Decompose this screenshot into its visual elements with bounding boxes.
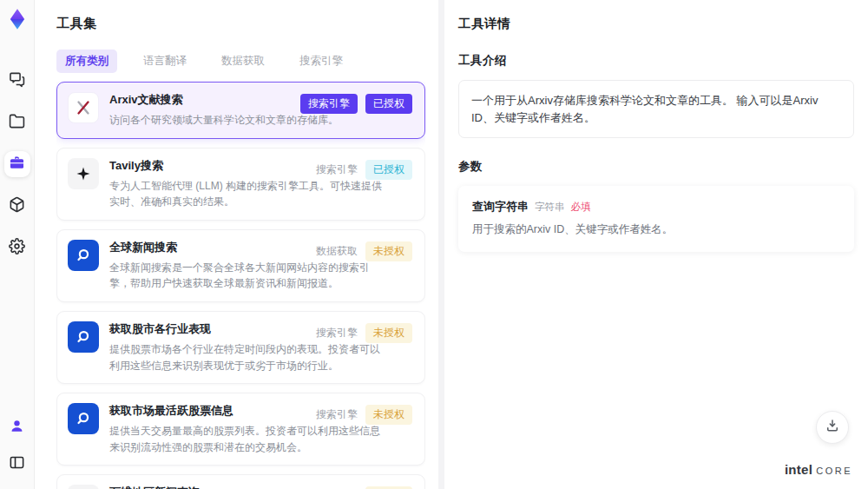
params-heading: 参数: [458, 159, 854, 175]
tab-all-categories[interactable]: 所有类别: [56, 50, 117, 73]
cube-icon: [9, 196, 25, 216]
auth-status-badge: 已授权: [365, 160, 412, 180]
tool-description: 专为人工智能代理 (LLM) 构建的搜索引擎工具。可快速提供实时、准确和真实的结…: [109, 178, 388, 210]
stock-search-icon: [68, 321, 99, 353]
sidebar-item-chat[interactable]: [4, 68, 30, 94]
arxiv-logo-icon: [68, 92, 99, 123]
sidebar-item-user[interactable]: [4, 414, 30, 440]
tool-list-panel: 工具集 所有类别 语言翻译 数据获取 搜索引擎 Arxiv文献搜索 访问各个研究…: [35, 0, 438, 489]
tool-title: 全球新闻搜索: [109, 240, 282, 255]
sidebar-item-files[interactable]: [4, 109, 30, 135]
tool-card-sector-performance[interactable]: 获取股市各行业表现 提供股票市场各个行业在特定时间段内的表现。投资者可以利用这些…: [56, 311, 425, 384]
app-logo-icon: [5, 7, 30, 31]
category-badge: 搜索引擎: [316, 323, 358, 343]
panel-divider: [438, 0, 444, 489]
toolbox-icon: [9, 155, 25, 175]
intro-heading: 工具介绍: [458, 53, 854, 69]
download-icon: [825, 418, 840, 437]
tool-description: 访问各个研究领域大量科学论文和文章的存储库。: [109, 112, 388, 129]
sidebar-item-packages[interactable]: [4, 193, 30, 219]
user-icon: [9, 418, 25, 438]
tool-card-arxiv[interactable]: Arxiv文献搜索 访问各个研究领域大量科学论文和文章的存储库。 搜索引擎 已授…: [56, 82, 425, 139]
chat-icon: [9, 71, 25, 91]
app-window: 工具集 所有类别 语言翻译 数据获取 搜索引擎 Arxiv文献搜索 访问各个研究…: [0, 0, 868, 489]
sidebar-item-collapse[interactable]: [4, 451, 30, 477]
tool-description: 提供股票市场各个行业在特定时间段内的表现。投资者可以利用这些信息来识别表现优于或…: [109, 341, 388, 373]
news-search-icon: [68, 240, 99, 271]
tool-card-regional-news[interactable]: 万维地区新闻查询 查询具体行政区划内的新闻，快速了解各地新闻动 搜索引擎 未授权: [56, 474, 425, 489]
detail-title: 工具详情: [458, 16, 854, 32]
gear-icon: [9, 238, 25, 258]
tab-translation[interactable]: 语言翻译: [135, 50, 195, 73]
param-type: 字符串: [535, 201, 565, 214]
tool-description: 全球新闻搜索是一个聚合全球各大新闻网站内容的搜索引擎，帮助用户快速获取全球最新资…: [109, 260, 388, 292]
stock-search-icon: [68, 403, 99, 434]
tool-card-global-news[interactable]: 全球新闻搜索 全球新闻搜索是一个聚合全球各大新闻网站内容的搜索引擎，帮助用户快速…: [56, 229, 425, 302]
tool-card-active-stocks[interactable]: 获取市场最活跃股票信息 提供当天交易量最高的股票列表。投资者可以利用这些信息来识…: [56, 393, 425, 466]
core-wordmark: core: [816, 466, 852, 476]
tool-title: Tavily搜索: [109, 158, 282, 174]
tab-data-fetch[interactable]: 数据获取: [213, 50, 273, 73]
tool-description: 提供当天交易量最高的股票列表。投资者可以利用这些信息来识别流动性强的股票和潜在的…: [109, 423, 388, 455]
category-badge: 搜索引擎: [300, 94, 358, 114]
param-card: 查询字符串 字符串 必填 用于搜索的Arxiv ID、关键字或作者姓名。: [458, 186, 854, 252]
intro-box: 一个用于从Arxiv存储库搜索科学论文和文章的工具。 输入可以是Arxiv ID…: [458, 80, 854, 138]
page-title: 工具集: [56, 16, 438, 32]
tool-title: 万维地区新闻查询: [109, 485, 282, 489]
tool-detail-panel: 工具详情 工具介绍 一个用于从Arxiv存储库搜索科学论文和文章的工具。 输入可…: [444, 0, 868, 489]
param-description: 用于搜索的Arxiv ID、关键字或作者姓名。: [472, 222, 840, 237]
category-badge: 搜索引擎: [316, 405, 358, 425]
category-badge: 搜索引擎: [316, 160, 358, 180]
tool-title: 获取股市各行业表现: [109, 321, 282, 337]
auth-status-badge: 已授权: [365, 94, 412, 114]
category-tabs: 所有类别 语言翻译 数据获取 搜索引擎: [56, 50, 438, 73]
param-required-flag: 必填: [571, 201, 591, 214]
auth-status-badge: 未授权: [365, 241, 412, 261]
tool-title: 获取市场最活跃股票信息: [109, 403, 282, 419]
param-name: 查询字符串: [472, 199, 529, 215]
tool-title: Arxiv文献搜索: [109, 92, 282, 108]
auth-status-badge: 未授权: [365, 405, 412, 425]
tool-card-list: Arxiv文献搜索 访问各个研究领域大量科学论文和文章的存储库。 搜索引擎 已授…: [56, 82, 425, 489]
category-badge: 数据获取: [316, 241, 358, 261]
intel-wordmark: intel: [785, 462, 812, 477]
auth-status-badge: 未授权: [365, 323, 412, 343]
tool-card-tavily[interactable]: Tavily搜索 专为人工智能代理 (LLM) 构建的搜索引擎工具。可快速提供实…: [56, 148, 425, 221]
sidebar-rail: [0, 0, 35, 489]
newspaper-icon: [68, 485, 99, 489]
intel-core-logo: intel core: [785, 462, 852, 477]
tab-search-engine[interactable]: 搜索引擎: [291, 50, 352, 73]
folder-icon: [9, 113, 25, 133]
sidebar-item-tools[interactable]: [4, 151, 30, 177]
sidebar-item-settings[interactable]: [4, 235, 30, 261]
panel-toggle-icon: [9, 454, 25, 474]
download-button[interactable]: [816, 411, 849, 444]
tavily-star-icon: [68, 158, 99, 189]
